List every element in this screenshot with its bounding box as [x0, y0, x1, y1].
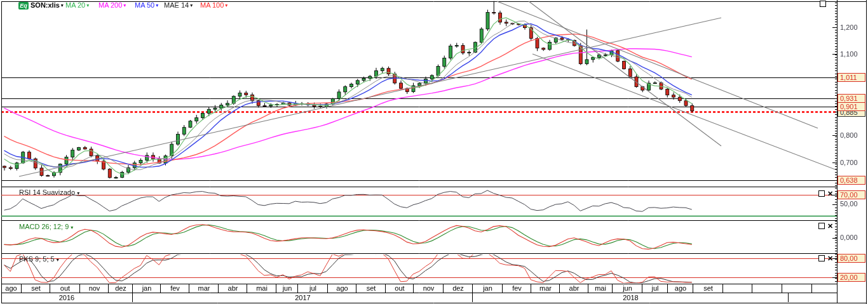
- month-cell: abr: [218, 284, 247, 293]
- chevron-down-icon: ▾: [77, 190, 79, 196]
- rsi-panel-title[interactable]: RSI 14 Suavizado ▾: [19, 188, 79, 196]
- legend-ma-dropdown[interactable]: MA 50▾: [135, 1, 158, 10]
- macd-title-label: MACD 26; 12; 9: [19, 223, 69, 230]
- chevron-down-icon: ▾: [190, 1, 193, 10]
- y-axis-label: 0,700: [840, 159, 865, 166]
- y-axis-label: 0,800: [840, 131, 865, 139]
- legend-ma-dropdown[interactable]: MA 20▾: [65, 1, 89, 10]
- indicator-level-label: 50,00: [840, 200, 865, 208]
- macd-panel-title[interactable]: MACD 26; 12; 9 ▾: [19, 223, 73, 230]
- symbol-dropdown[interactable]: SON:xlis ▾: [31, 1, 64, 10]
- month-cell: nov: [413, 284, 444, 293]
- chevron-down-icon: ▾: [123, 1, 126, 10]
- pks-panel-buttons: ✕: [818, 255, 833, 261]
- price-level-label[interactable]: 0,638: [837, 176, 865, 185]
- month-cell: mai: [247, 284, 276, 293]
- month-cell: jan: [472, 284, 503, 293]
- price-level-label[interactable]: 0,901: [837, 102, 865, 111]
- year-cell: 2017: [132, 293, 473, 302]
- month-cell: [811, 284, 837, 293]
- month-cell: mai: [588, 284, 613, 293]
- year-cell: 2018: [472, 293, 789, 302]
- macd-panel-buttons: ✕: [818, 223, 833, 229]
- chevron-down-icon: ▾: [156, 1, 158, 10]
- month-cell: jun: [612, 284, 642, 293]
- month-cell: dez: [108, 284, 133, 293]
- indicator-level-label[interactable]: 70,00: [837, 190, 865, 199]
- indicator-level-label: 0,000: [840, 234, 865, 241]
- legend-ma-dropdown[interactable]: MA 100▾: [200, 1, 227, 10]
- ma-label: MA 50: [135, 1, 154, 10]
- symbol-label: SON:xlis: [31, 1, 60, 10]
- chevron-down-icon: ▾: [86, 1, 89, 10]
- month-cell: out: [50, 284, 80, 293]
- maximize-icon[interactable]: [818, 223, 825, 229]
- rsi-panel-buttons: ✕: [818, 190, 833, 197]
- maximize-icon[interactable]: [818, 255, 825, 261]
- y-axis-label: 1,200: [840, 23, 865, 31]
- month-cell: ago: [1, 284, 21, 293]
- month-cell: set: [21, 284, 50, 293]
- month-cell: [752, 284, 782, 293]
- ma-label: MA 20: [65, 1, 85, 10]
- month-cell: dez: [443, 284, 473, 293]
- chevron-down-icon: ▾: [225, 1, 227, 10]
- close-icon[interactable]: ✕: [827, 190, 833, 197]
- month-cell: ago: [327, 284, 356, 293]
- maximize-icon[interactable]: [818, 190, 825, 197]
- equity-badge: Eq: [18, 2, 29, 10]
- trading-chart-window: Eq SON:xlis ▾ MA 20▾MA 200▾MA 50▾MAE 14▾…: [0, 0, 868, 304]
- indicator-level-label[interactable]: 20,00: [837, 273, 865, 282]
- rsi-title-label: RSI 14 Suavizado: [19, 188, 75, 196]
- month-cell: fev: [160, 284, 189, 293]
- chevron-down-icon: ▾: [61, 1, 64, 10]
- month-cell: [782, 284, 812, 293]
- time-axis-years: 201620172018: [0, 293, 837, 302]
- month-cell: abr: [559, 284, 588, 293]
- maximize-icon[interactable]: [820, 1, 826, 7]
- month-cell: [722, 284, 752, 293]
- month-cell: ago: [667, 284, 693, 293]
- price-chart-canvas[interactable]: [0, 0, 868, 304]
- price-level-label[interactable]: 0,931: [837, 94, 865, 103]
- legend-ma-dropdown[interactable]: MAE 14▾: [164, 1, 193, 10]
- month-cell: jul: [642, 284, 668, 293]
- price-level-label[interactable]: 1,011: [837, 73, 865, 82]
- month-cell: fev: [502, 284, 531, 293]
- month-cell: out: [385, 284, 414, 293]
- year-cell: 2016: [1, 293, 132, 302]
- close-icon[interactable]: ✕: [827, 255, 833, 261]
- month-cell: set: [356, 284, 386, 293]
- chevron-down-icon: ▾: [57, 257, 59, 263]
- main-panel-buttons: [818, 1, 826, 7]
- month-cell: jul: [297, 284, 328, 293]
- ma-label: MA 200: [98, 1, 122, 10]
- pks-panel-title[interactable]: PKS 9; 5; 5 ▾: [19, 255, 59, 263]
- month-cell: jun: [276, 284, 298, 293]
- month-cell: mar: [531, 284, 560, 293]
- month-cell: nov: [79, 284, 109, 293]
- month-cell: jan: [132, 284, 161, 293]
- pks-title-label: PKS 9; 5; 5: [19, 255, 55, 263]
- month-cell: set: [693, 284, 723, 293]
- month-cell: mar: [189, 284, 219, 293]
- y-axis-label: 1,100: [840, 50, 865, 58]
- year-cell: [788, 293, 837, 302]
- indicator-level-label[interactable]: 80,00: [837, 254, 865, 263]
- time-axis-months: agosetoutnovdezjanfevmarabrmaijunjulagos…: [0, 284, 837, 293]
- chevron-down-icon: ▾: [71, 225, 73, 230]
- legend-ma-dropdown[interactable]: MA 200▾: [98, 1, 126, 10]
- ma-label: MAE 14: [164, 1, 189, 10]
- ma-label: MA 100: [200, 1, 224, 10]
- close-icon[interactable]: ✕: [827, 223, 833, 229]
